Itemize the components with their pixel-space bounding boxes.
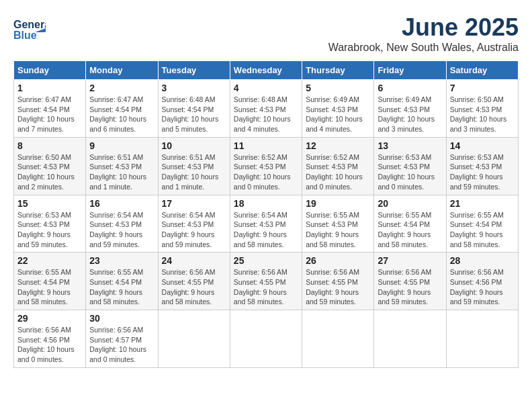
daylight-label: Daylight: 9 hours and 58 minutes. xyxy=(306,230,359,248)
day-number: 6 xyxy=(378,83,442,93)
daylight-label: Daylight: 9 hours and 58 minutes. xyxy=(17,288,71,306)
calendar-table: SundayMondayTuesdayWednesdayThursdayFrid… xyxy=(13,60,519,368)
sunset-label: Sunset: 4:53 PM xyxy=(450,105,502,113)
daylight-label: Daylight: 9 hours and 58 minutes. xyxy=(89,288,142,306)
day-number: 25 xyxy=(234,255,298,266)
daylight-label: Daylight: 10 hours and 4 minutes. xyxy=(234,115,291,133)
day-number: 10 xyxy=(162,140,226,151)
sunset-label: Sunset: 4:54 PM xyxy=(17,105,70,113)
sunrise-label: Sunrise: 6:53 AM xyxy=(450,153,504,161)
sunrise-label: Sunrise: 6:56 AM xyxy=(17,326,71,334)
day-info: Sunrise: 6:54 AM Sunset: 4:53 PM Dayligh… xyxy=(162,210,226,250)
daylight-label: Daylight: 10 hours and 0 minutes. xyxy=(378,173,435,191)
calendar-week-2: 8 Sunrise: 6:50 AM Sunset: 4:53 PM Dayli… xyxy=(14,137,519,195)
svg-text:General: General xyxy=(13,19,46,30)
day-info: Sunrise: 6:53 AM Sunset: 4:53 PM Dayligh… xyxy=(378,152,442,192)
day-number: 30 xyxy=(89,313,154,324)
day-info: Sunrise: 6:54 AM Sunset: 4:53 PM Dayligh… xyxy=(234,210,298,250)
col-header-wednesday: Wednesday xyxy=(230,61,302,80)
day-number: 14 xyxy=(450,140,515,151)
day-info: Sunrise: 6:56 AM Sunset: 4:57 PM Dayligh… xyxy=(89,325,154,365)
calendar-day-9: 9 Sunrise: 6:51 AM Sunset: 4:53 PM Dayli… xyxy=(86,137,158,195)
calendar-day-18: 18 Sunrise: 6:54 AM Sunset: 4:53 PM Dayl… xyxy=(230,195,302,253)
day-number: 24 xyxy=(162,255,226,266)
daylight-label: Daylight: 10 hours and 0 minutes. xyxy=(89,345,146,363)
col-header-monday: Monday xyxy=(86,61,158,80)
calendar-day-6: 6 Sunrise: 6:49 AM Sunset: 4:53 PM Dayli… xyxy=(374,80,446,138)
calendar-day-22: 22 Sunrise: 6:55 AM Sunset: 4:54 PM Dayl… xyxy=(14,253,86,310)
day-info: Sunrise: 6:55 AM Sunset: 4:54 PM Dayligh… xyxy=(378,210,442,250)
col-header-tuesday: Tuesday xyxy=(158,61,230,80)
sunset-label: Sunset: 4:53 PM xyxy=(378,105,430,113)
sunrise-label: Sunrise: 6:53 AM xyxy=(378,153,431,161)
day-info: Sunrise: 6:52 AM Sunset: 4:53 PM Dayligh… xyxy=(234,152,298,192)
calendar-day-2: 2 Sunrise: 6:47 AM Sunset: 4:54 PM Dayli… xyxy=(86,80,158,138)
sunrise-label: Sunrise: 6:56 AM xyxy=(450,268,504,276)
daylight-label: Daylight: 9 hours and 59 minutes. xyxy=(162,230,215,248)
day-number: 13 xyxy=(378,140,442,151)
sunrise-label: Sunrise: 6:48 AM xyxy=(234,95,287,103)
day-info: Sunrise: 6:56 AM Sunset: 4:55 PM Dayligh… xyxy=(378,267,442,307)
empty-cell xyxy=(446,310,518,368)
sunrise-label: Sunrise: 6:56 AM xyxy=(306,268,359,276)
calendar-day-26: 26 Sunrise: 6:56 AM Sunset: 4:55 PM Dayl… xyxy=(302,253,374,310)
sunrise-label: Sunrise: 6:56 AM xyxy=(234,268,287,276)
day-info: Sunrise: 6:50 AM Sunset: 4:53 PM Dayligh… xyxy=(17,152,82,192)
day-info: Sunrise: 6:56 AM Sunset: 4:55 PM Dayligh… xyxy=(306,267,370,307)
calendar-week-4: 22 Sunrise: 6:55 AM Sunset: 4:54 PM Dayl… xyxy=(14,253,519,310)
col-header-saturday: Saturday xyxy=(446,61,518,80)
sunrise-label: Sunrise: 6:49 AM xyxy=(378,95,431,103)
sunrise-label: Sunrise: 6:55 AM xyxy=(17,268,71,276)
day-number: 4 xyxy=(234,83,298,93)
calendar-day-20: 20 Sunrise: 6:55 AM Sunset: 4:54 PM Dayl… xyxy=(374,195,446,253)
sunset-label: Sunset: 4:53 PM xyxy=(234,105,286,113)
calendar-week-3: 15 Sunrise: 6:53 AM Sunset: 4:53 PM Dayl… xyxy=(14,195,519,253)
sunset-label: Sunset: 4:53 PM xyxy=(17,163,70,171)
calendar-day-1: 1 Sunrise: 6:47 AM Sunset: 4:54 PM Dayli… xyxy=(14,80,86,138)
sunset-label: Sunset: 4:56 PM xyxy=(17,336,70,344)
calendar-day-27: 27 Sunrise: 6:56 AM Sunset: 4:55 PM Dayl… xyxy=(374,253,446,310)
day-info: Sunrise: 6:52 AM Sunset: 4:53 PM Dayligh… xyxy=(306,152,370,192)
sunrise-label: Sunrise: 6:51 AM xyxy=(162,153,216,161)
sunset-label: Sunset: 4:53 PM xyxy=(89,163,142,171)
sunrise-label: Sunrise: 6:51 AM xyxy=(89,153,143,161)
calendar-day-12: 12 Sunrise: 6:52 AM Sunset: 4:53 PM Dayl… xyxy=(302,137,374,195)
sunset-label: Sunset: 4:53 PM xyxy=(306,105,358,113)
calendar-day-21: 21 Sunrise: 6:55 AM Sunset: 4:54 PM Dayl… xyxy=(446,195,518,253)
calendar-day-19: 19 Sunrise: 6:55 AM Sunset: 4:53 PM Dayl… xyxy=(302,195,374,253)
sunrise-label: Sunrise: 6:53 AM xyxy=(17,211,71,219)
calendar-day-29: 29 Sunrise: 6:56 AM Sunset: 4:56 PM Dayl… xyxy=(14,310,86,368)
sunrise-label: Sunrise: 6:49 AM xyxy=(306,95,359,103)
daylight-label: Daylight: 10 hours and 2 minutes. xyxy=(17,173,75,191)
daylight-label: Daylight: 9 hours and 58 minutes. xyxy=(234,230,287,248)
sunrise-label: Sunrise: 6:55 AM xyxy=(450,211,504,219)
day-number: 11 xyxy=(234,140,298,151)
sunset-label: Sunset: 4:53 PM xyxy=(306,220,358,228)
sunrise-label: Sunrise: 6:55 AM xyxy=(306,211,359,219)
day-info: Sunrise: 6:51 AM Sunset: 4:53 PM Dayligh… xyxy=(89,152,154,192)
day-number: 16 xyxy=(89,198,154,209)
calendar-day-10: 10 Sunrise: 6:51 AM Sunset: 4:53 PM Dayl… xyxy=(158,137,230,195)
calendar-day-28: 28 Sunrise: 6:56 AM Sunset: 4:56 PM Dayl… xyxy=(446,253,518,310)
day-info: Sunrise: 6:55 AM Sunset: 4:54 PM Dayligh… xyxy=(450,210,515,250)
sunrise-label: Sunrise: 6:56 AM xyxy=(378,268,431,276)
daylight-label: Daylight: 10 hours and 6 minutes. xyxy=(89,115,146,133)
day-number: 18 xyxy=(234,198,298,209)
daylight-label: Daylight: 10 hours and 1 minute. xyxy=(89,173,146,191)
day-number: 7 xyxy=(450,83,515,93)
daylight-label: Daylight: 10 hours and 0 minutes. xyxy=(17,345,75,363)
day-number: 23 xyxy=(89,255,154,266)
daylight-label: Daylight: 10 hours and 3 minutes. xyxy=(450,115,507,133)
day-number: 21 xyxy=(450,198,515,209)
sunset-label: Sunset: 4:55 PM xyxy=(234,278,286,286)
day-number: 8 xyxy=(17,140,82,151)
sunset-label: Sunset: 4:54 PM xyxy=(378,220,430,228)
daylight-label: Daylight: 10 hours and 4 minutes. xyxy=(306,115,363,133)
day-number: 1 xyxy=(17,83,82,93)
day-info: Sunrise: 6:49 AM Sunset: 4:53 PM Dayligh… xyxy=(306,95,370,134)
daylight-label: Daylight: 9 hours and 58 minutes. xyxy=(378,230,431,248)
logo: General Blue xyxy=(13,13,49,46)
day-number: 5 xyxy=(306,83,370,93)
day-number: 20 xyxy=(378,198,442,209)
day-info: Sunrise: 6:55 AM Sunset: 4:54 PM Dayligh… xyxy=(17,267,82,307)
